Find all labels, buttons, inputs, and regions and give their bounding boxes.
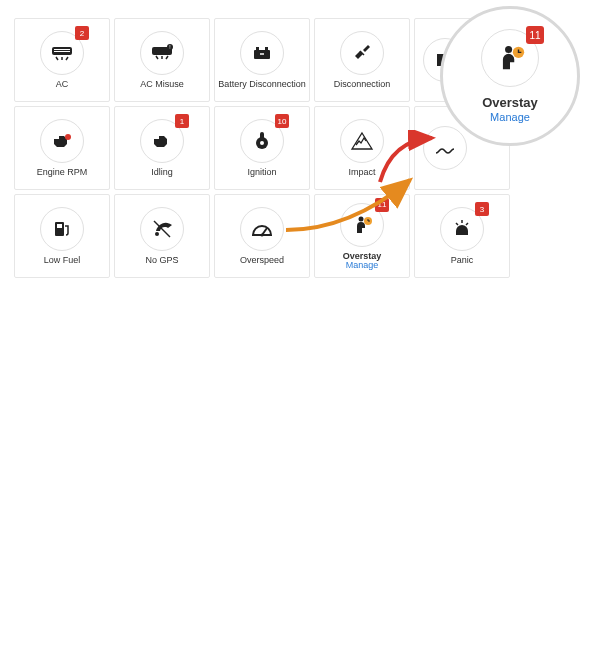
badge: 11 xyxy=(526,26,544,44)
svg-rect-7 xyxy=(256,47,259,50)
cell-label: Idling xyxy=(151,167,173,177)
alert-cell-idling[interactable]: 1 Idling xyxy=(114,106,210,190)
zoom-manage-link[interactable]: Manage xyxy=(490,111,530,123)
cell-label: Panic xyxy=(451,255,474,265)
engine-rpm-icon xyxy=(40,119,84,163)
svg-text:!: ! xyxy=(169,44,170,50)
svg-point-19 xyxy=(261,234,264,237)
manage-link[interactable]: Manage xyxy=(346,260,379,270)
cell-label: Impact xyxy=(348,167,375,177)
idling-icon: 1 xyxy=(140,119,184,163)
panic-icon: 3 xyxy=(440,207,484,251)
alert-cell-engine-rpm[interactable]: Engine RPM xyxy=(14,106,110,190)
alert-cell-low-fuel[interactable]: Low Fuel xyxy=(14,194,110,278)
battery-disconnection-icon xyxy=(240,31,284,75)
overstay-icon: 11 xyxy=(481,29,539,87)
alert-cell-ac-misuse[interactable]: ! AC Misuse xyxy=(114,18,210,102)
alert-cell-ignition[interactable]: 10 Ignition xyxy=(214,106,310,190)
zoom-overstay: 11 Overstay Manage xyxy=(440,6,580,146)
cell-label: Low Fuel xyxy=(44,255,81,265)
zoom-label: Overstay xyxy=(482,95,538,110)
svg-rect-12 xyxy=(260,132,264,140)
overstay-icon: 11 xyxy=(340,203,384,247)
impact-icon xyxy=(340,119,384,163)
cell-label: AC xyxy=(56,79,69,89)
svg-rect-15 xyxy=(57,224,62,228)
svg-point-10 xyxy=(65,134,71,140)
svg-point-13 xyxy=(260,141,264,145)
badge: 10 xyxy=(275,114,289,128)
badge: 2 xyxy=(75,26,89,40)
ac-icon: 2 xyxy=(40,31,84,75)
alert-cell-panic[interactable]: 3 Panic xyxy=(414,194,510,278)
cell-label: No GPS xyxy=(145,255,178,265)
alert-cell-disconnection[interactable]: Disconnection xyxy=(314,18,410,102)
cell-label: Ignition xyxy=(247,167,276,177)
no-gps-icon xyxy=(140,207,184,251)
alert-cell-no-gps[interactable]: No GPS xyxy=(114,194,210,278)
low-fuel-icon xyxy=(40,207,84,251)
svg-rect-2 xyxy=(54,51,70,52)
svg-point-22 xyxy=(505,46,512,53)
disconnection-icon xyxy=(340,31,384,75)
badge: 11 xyxy=(375,198,389,212)
cell-label: Battery Disconnection xyxy=(218,79,306,89)
svg-rect-8 xyxy=(265,47,268,50)
svg-rect-1 xyxy=(54,49,70,50)
partial-icon xyxy=(423,126,467,170)
svg-point-16 xyxy=(155,232,159,236)
badge: 1 xyxy=(175,114,189,128)
alert-cell-impact[interactable]: Impact xyxy=(314,106,410,190)
alert-cell-overspeed[interactable]: Overspeed xyxy=(214,194,310,278)
alert-cell-overstay[interactable]: 11 Overstay Manage xyxy=(314,194,410,278)
badge: 3 xyxy=(475,202,489,216)
alert-cell-battery-disconnection[interactable]: Battery Disconnection xyxy=(214,18,310,102)
cell-label: AC Misuse xyxy=(140,79,184,89)
ignition-icon: 10 xyxy=(240,119,284,163)
overspeed-icon xyxy=(240,207,284,251)
svg-point-20 xyxy=(359,216,364,221)
cell-label: Engine RPM xyxy=(37,167,88,177)
cell-label: Overspeed xyxy=(240,255,284,265)
alert-cell-ac[interactable]: 2 AC xyxy=(14,18,110,102)
cell-label: Disconnection xyxy=(334,79,391,89)
ac-misuse-icon: ! xyxy=(140,31,184,75)
